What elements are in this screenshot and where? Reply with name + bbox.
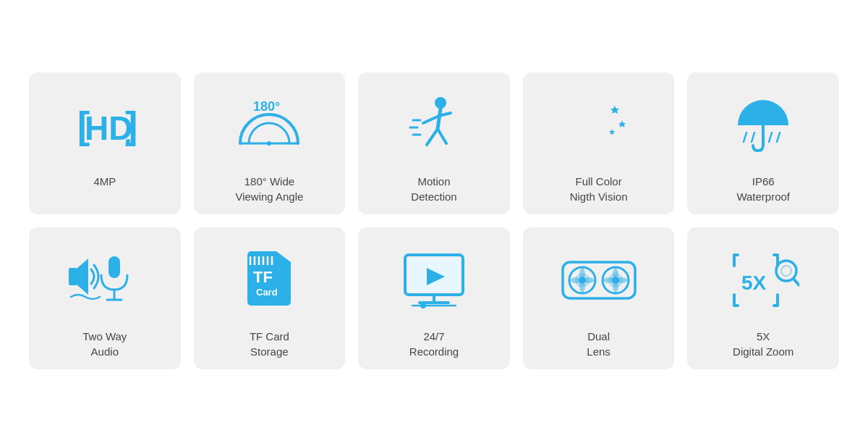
- icon-area-zoom: 5X: [694, 240, 832, 320]
- icon-area-tfcard: TF Card: [201, 240, 339, 320]
- svg-rect-26: [109, 256, 120, 278]
- svg-text:5X: 5X: [741, 272, 767, 294]
- feature-card-waterproof: IP66Waterproof: [687, 72, 839, 214]
- svg-point-45: [420, 303, 426, 308]
- icon-area-angle: 180°: [201, 85, 339, 165]
- svg-text:Card: Card: [256, 287, 278, 298]
- feature-label-tfcard: TF CardStorage: [250, 329, 289, 359]
- feature-label-motion: MotionDetection: [411, 174, 456, 204]
- icon-area-recording: [365, 240, 503, 320]
- features-grid: [ HD ] 4MP 180°: [0, 51, 868, 391]
- feature-card-zoom: 5X 5XDigital Zoom: [687, 227, 839, 369]
- svg-marker-25: [77, 259, 88, 295]
- feature-label-zoom: 5XDigital Zoom: [733, 329, 793, 359]
- svg-point-3: [126, 139, 130, 143]
- icon-area-duallens: [530, 240, 668, 320]
- feature-label-4mp: 4MP: [93, 174, 116, 189]
- icon-area-audio: [36, 240, 174, 320]
- svg-text:180°: 180°: [253, 99, 280, 114]
- feature-card-audio: Two WayAudio: [29, 227, 181, 369]
- feature-card-tfcard: TF Card TF CardStorage: [194, 227, 346, 369]
- svg-line-23: [777, 133, 780, 142]
- svg-line-12: [427, 129, 438, 145]
- feature-label-audio: Two WayAudio: [82, 329, 127, 359]
- svg-marker-17: [610, 106, 619, 114]
- feature-label-waterproof: IP66Waterproof: [736, 174, 790, 204]
- svg-text:TF: TF: [253, 268, 273, 286]
- feature-label-wide-angle: 180° WideViewing Angle: [235, 174, 303, 204]
- svg-line-13: [438, 129, 446, 143]
- svg-marker-19: [609, 129, 615, 135]
- icon-area-night: [530, 85, 668, 165]
- svg-line-20: [744, 133, 746, 142]
- icon-area-waterproof: [694, 85, 832, 165]
- svg-line-21: [752, 133, 754, 142]
- feature-label-night: Full ColorNigth Vision: [570, 174, 628, 204]
- feature-card-motion: MotionDetection: [358, 72, 510, 214]
- feature-card-duallens: DualLens: [523, 227, 675, 369]
- svg-marker-18: [618, 120, 626, 127]
- svg-point-56: [781, 266, 791, 276]
- feature-card-4mp: [ HD ] 4MP: [29, 72, 181, 214]
- svg-rect-24: [69, 268, 77, 285]
- svg-line-22: [769, 133, 772, 142]
- icon-area-motion: [365, 85, 503, 165]
- feature-label-recording: 24/7Recording: [409, 329, 459, 359]
- feature-card-wide-angle: 180° 180° WideViewing Angle: [194, 72, 346, 214]
- icon-area-hd: [ HD ]: [36, 85, 174, 165]
- svg-line-55: [793, 279, 799, 285]
- feature-card-recording: 24/7Recording: [358, 227, 510, 369]
- feature-label-duallens: DualLens: [587, 329, 610, 359]
- svg-line-10: [423, 116, 439, 123]
- svg-line-9: [438, 109, 441, 129]
- feature-card-night: Full ColorNigth Vision: [523, 72, 675, 214]
